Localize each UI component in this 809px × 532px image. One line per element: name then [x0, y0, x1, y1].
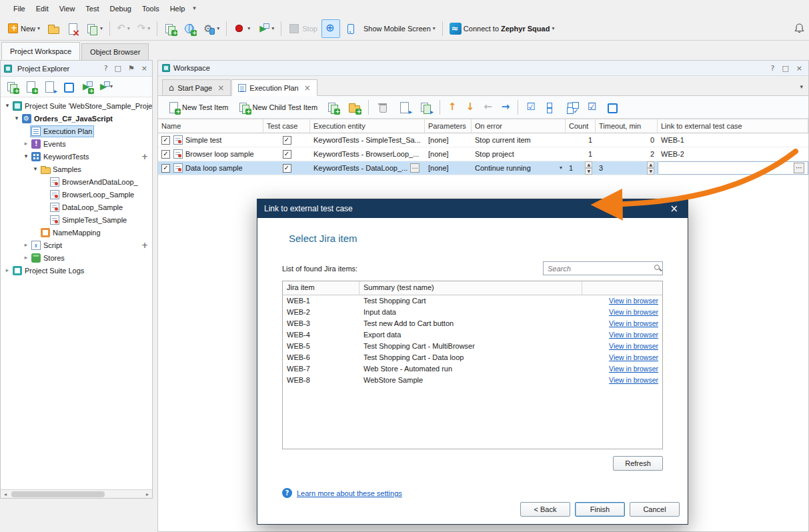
expander-icon[interactable]: ▾: [22, 153, 30, 159]
column-header-parameters[interactable]: Parameters: [425, 119, 472, 133]
run-project-button[interactable]: ▾: [97, 79, 114, 95]
column-header-jira-item[interactable]: Jira item: [283, 281, 359, 295]
enable-selected-button[interactable]: ☑: [584, 99, 600, 116]
row-checkbox[interactable]: [161, 164, 170, 173]
column-header-test-case[interactable]: Test case: [263, 119, 310, 133]
view-in-browser-link[interactable]: View in browser: [582, 295, 662, 307]
help-icon[interactable]: ?: [102, 65, 110, 72]
column-header-summary[interactable]: Summary (test name): [359, 281, 582, 295]
jira-row-web-7[interactable]: WEB-7 Web Store - Automated run View in …: [283, 363, 662, 375]
test-item-row-browser-loop[interactable]: Browser loop sample KeywordTests - Brows…: [158, 147, 808, 161]
add-icon[interactable]: +: [141, 241, 148, 249]
run-selected-button[interactable]: [78, 79, 95, 95]
test-item-row-simple-test[interactable]: Simple test KeywordTests - SimpleTest_Sa…: [158, 133, 808, 147]
edit-item-button[interactable]: ▸: [41, 79, 58, 95]
check-group-button[interactable]: [562, 99, 582, 116]
markers-button[interactable]: [59, 79, 77, 95]
finish-button[interactable]: Finish: [575, 502, 625, 517]
menu-help[interactable]: Help: [165, 2, 191, 15]
add-project-item-button[interactable]: [3, 79, 21, 95]
tree-item-orders-project[interactable]: ▾ Orders_C#_JavaScript: [1, 112, 152, 125]
web-testing-button[interactable]: [180, 19, 199, 38]
search-icon[interactable]: [654, 265, 660, 270]
timeout-stepper[interactable]: ▲▼: [647, 161, 654, 175]
tree-item-browseranddataloop[interactable]: BrowserAndDataLoop_: [1, 175, 152, 188]
expander-icon[interactable]: ▾: [13, 115, 21, 121]
point-and-fix-button[interactable]: [321, 19, 340, 38]
disable-selected-button[interactable]: [602, 99, 622, 116]
jira-row-web-3[interactable]: WEB-3 Test new Add to Cart button View i…: [283, 318, 662, 329]
scrollbar-track[interactable]: [10, 490, 143, 498]
menu-overflow-chevron-icon[interactable]: ▾: [193, 5, 196, 11]
close-tab-icon[interactable]: ×: [304, 84, 311, 92]
save-all-button[interactable]: ▾: [83, 19, 106, 38]
back-button[interactable]: < Back: [520, 502, 570, 517]
connect-zephyr-button[interactable]: Connect to Zephyr Squad ▾: [446, 19, 558, 38]
tree-item-events[interactable]: ▸ Events: [1, 137, 152, 150]
open-button[interactable]: [44, 19, 63, 38]
close-icon[interactable]: ×: [794, 65, 804, 72]
close-icon[interactable]: ×: [139, 65, 149, 72]
row-checkbox[interactable]: [161, 150, 170, 159]
column-header-link[interactable]: Link to external test case: [658, 119, 808, 133]
show-mobile-screen-button[interactable]: Show Mobile Screen ▾: [360, 19, 439, 38]
horizontal-scrollbar[interactable]: ◂ ▸: [1, 489, 152, 498]
expander-icon[interactable]: ▸: [22, 242, 30, 248]
check-all-button[interactable]: ☑: [522, 99, 539, 116]
tree-item-stores[interactable]: ▸ Stores: [1, 251, 152, 264]
view-in-browser-link[interactable]: View in browser: [582, 307, 662, 318]
scrollbar-thumb[interactable]: [11, 491, 105, 497]
expander-icon[interactable]: ▸: [22, 255, 30, 261]
run-button[interactable]: ▾: [254, 19, 277, 38]
jira-row-web-2[interactable]: WEB-2 Input data View in browser: [283, 307, 662, 318]
view-in-browser-link[interactable]: View in browser: [582, 329, 662, 341]
close-tab-icon[interactable]: ×: [217, 84, 224, 92]
tab-start-page[interactable]: ⌂ Start Page ×: [162, 79, 231, 96]
tree-item-namemapping[interactable]: NameMapping: [1, 226, 152, 239]
cancel-button[interactable]: Cancel: [630, 502, 680, 517]
close-project-button[interactable]: [63, 19, 82, 38]
outdent-button[interactable]: ←: [480, 99, 496, 116]
options-button[interactable]: ▾: [199, 19, 223, 38]
menu-debug[interactable]: Debug: [105, 2, 137, 15]
delete-item-button[interactable]: [373, 99, 393, 116]
export-items-button[interactable]: ▸: [394, 99, 414, 116]
undo-button[interactable]: ↶ ▾: [113, 19, 133, 38]
new-test-item-button[interactable]: New Test Item: [163, 99, 233, 116]
tree-item-dataloop[interactable]: DataLoop_Sample: [1, 201, 152, 213]
mobile-screen-icon-button[interactable]: [341, 19, 359, 38]
menu-test[interactable]: Test: [80, 2, 104, 15]
new-child-test-item-button[interactable]: New Child Test Item: [234, 99, 322, 116]
test-case-checkbox[interactable]: [283, 136, 291, 145]
uncheck-all-button[interactable]: [541, 99, 561, 116]
view-in-browser-link[interactable]: View in browser: [582, 363, 662, 375]
help-icon[interactable]: ?: [769, 65, 777, 72]
move-up-button[interactable]: ↑: [444, 99, 461, 116]
expander-icon[interactable]: ▸: [3, 267, 11, 273]
tree-item-simpletest[interactable]: SimpleTest_Sample: [1, 213, 152, 226]
column-header-name[interactable]: Name: [158, 119, 263, 133]
column-header-timeout[interactable]: Timeout, min: [596, 119, 658, 133]
jira-row-web-4[interactable]: WEB-4 Export data View in browser: [283, 329, 662, 341]
dropdown-chevron-icon[interactable]: ▾: [560, 165, 562, 171]
jira-row-web-8[interactable]: WEB-8 WebStore Sample View in browser: [283, 375, 662, 386]
copy-item-button[interactable]: [323, 99, 343, 116]
scroll-left-icon[interactable]: ◂: [1, 491, 10, 497]
count-stepper[interactable]: ▲▼: [585, 161, 592, 175]
view-in-browser-link[interactable]: View in browser: [582, 318, 662, 329]
pin-icon[interactable]: ⚑: [126, 65, 137, 72]
jira-row-web-1[interactable]: WEB-1 Test Shopping Cart View in browser: [283, 295, 662, 307]
float-icon[interactable]: □: [113, 65, 123, 72]
test-item-row-data-loop[interactable]: Data loop sample KeywordTests - DataLoop…: [158, 161, 808, 175]
refresh-button[interactable]: Refresh: [613, 456, 663, 471]
menu-file[interactable]: File: [8, 2, 31, 15]
expander-icon[interactable]: ▾: [31, 166, 39, 172]
tree-item-browserloop[interactable]: BrowserLoop_Sample: [1, 188, 152, 201]
menu-tools[interactable]: Tools: [137, 2, 165, 15]
tree-item-keywordtests[interactable]: ▾ KeywordTests +: [1, 150, 152, 163]
tree-item-execution-plan[interactable]: Execution Plan: [1, 125, 152, 137]
learn-more-link[interactable]: Learn more about these settings: [297, 489, 402, 497]
tab-project-workspace[interactable]: Project Workspace: [1, 42, 80, 60]
browse-entity-button[interactable]: ⋯: [410, 163, 420, 173]
float-icon[interactable]: □: [780, 65, 790, 72]
